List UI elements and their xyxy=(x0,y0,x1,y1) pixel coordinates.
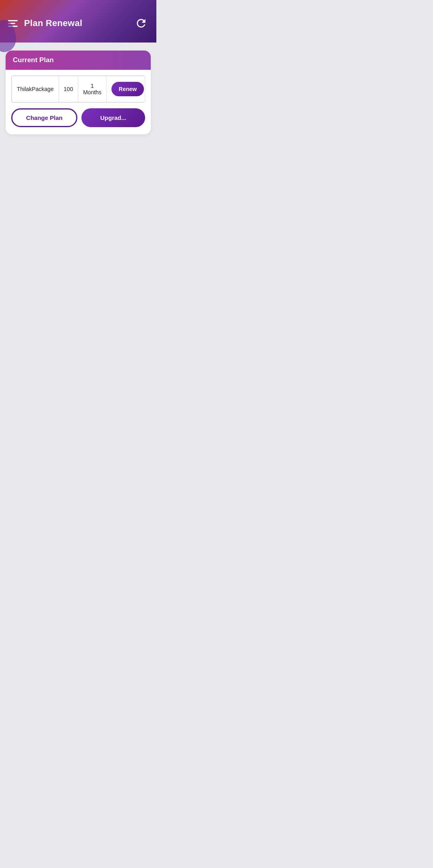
card-header: Current Plan xyxy=(6,51,151,70)
current-plan-title: Current Plan xyxy=(13,56,54,64)
plan-amount-cell: 100 xyxy=(59,76,78,102)
plan-table: ThilakPackage 100 1 Months Renew xyxy=(12,76,145,102)
plan-table-container: ThilakPackage 100 1 Months Renew xyxy=(11,75,145,103)
plan-duration-cell: 1 Months xyxy=(78,76,107,102)
refresh-icon[interactable] xyxy=(134,16,148,30)
content-area: Current Plan ThilakPackage 100 1 Months … xyxy=(0,43,156,307)
menu-icon[interactable] xyxy=(8,20,18,27)
card-actions: Change Plan Upgrad... xyxy=(6,108,151,134)
plan-name-cell: ThilakPackage xyxy=(12,76,59,102)
renew-button[interactable]: Renew xyxy=(111,82,144,96)
change-plan-button[interactable]: Change Plan xyxy=(11,108,77,127)
page-title: Plan Renewal xyxy=(24,18,82,28)
header-left: Plan Renewal xyxy=(8,18,82,28)
plan-card: Current Plan ThilakPackage 100 1 Months … xyxy=(6,51,151,134)
plan-row: ThilakPackage 100 1 Months Renew xyxy=(12,76,146,102)
app-header: Plan Renewal xyxy=(0,0,156,43)
upgrade-button[interactable]: Upgrad... xyxy=(81,108,145,127)
renew-cell: Renew xyxy=(107,76,145,102)
